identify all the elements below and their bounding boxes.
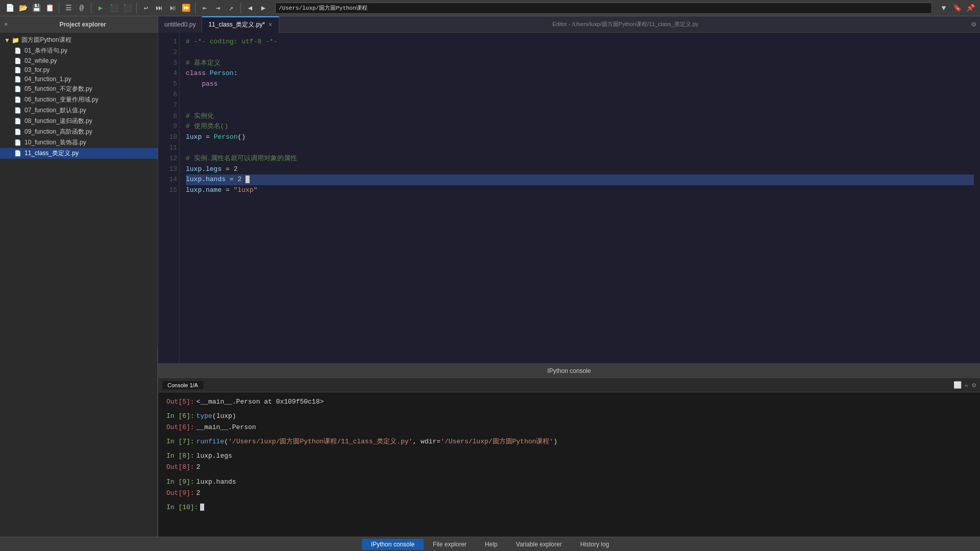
- file-icon-08: 📄: [14, 118, 21, 124]
- next-icon[interactable]: ⏩: [180, 3, 191, 14]
- code-line-14: luxp.hands = 2: [186, 174, 974, 185]
- line-num-14: 14: [158, 174, 177, 185]
- console-settings-icon[interactable]: ⚙: [972, 381, 976, 389]
- tab-11class[interactable]: 11_class_类定义.py* ✕: [202, 16, 279, 33]
- sidebar-item-09[interactable]: 📄 09_function_高阶函数.py: [0, 127, 158, 137]
- bottom-tab-help[interactable]: Help: [476, 539, 507, 550]
- sidebar-item-label-05: 05_function_不定参数.py: [24, 85, 92, 93]
- console-in-8: In [8]: luxp.legs: [166, 450, 972, 462]
- code-area[interactable]: # -*- coding: utf-8 -*- # 基本定义 class Per…: [180, 33, 980, 363]
- sidebar-item-02[interactable]: 📄 02_while.py: [0, 56, 158, 65]
- line-num-6: 6: [158, 90, 177, 101]
- console-output[interactable]: Out[5]: <__main__.Person at 0x109f50c18>…: [158, 392, 980, 537]
- out-text-6: __main__.Person: [197, 422, 256, 433]
- unindent-icon[interactable]: ⇥: [212, 3, 224, 14]
- line-num-10: 10: [158, 132, 177, 143]
- line-num-1: 1: [158, 37, 177, 47]
- code-line-15: luxp.name = "luxp": [186, 185, 974, 196]
- root-label: 圆方圆Python课程: [21, 36, 71, 44]
- line-num-5: 5: [158, 79, 177, 90]
- save-icon[interactable]: 💾: [31, 3, 42, 14]
- forward-btn[interactable]: ▶: [258, 3, 269, 14]
- line-num-7: 7: [158, 101, 177, 111]
- sidebar-close-icon[interactable]: ✕: [4, 20, 8, 28]
- sidebar-item-label-07: 07_function_默认值.py: [24, 106, 86, 115]
- console-in-9: In [9]: luxp.hands: [166, 477, 972, 488]
- file-icon-07: 📄: [14, 107, 21, 114]
- sidebar-item-label-09: 09_function_高阶函数.py: [24, 128, 92, 136]
- file-icon-01: 📄: [14, 47, 21, 54]
- sidebar-item-01[interactable]: 📄 01_条件语句.py: [0, 45, 158, 56]
- path-bar[interactable]: /Users/luxp/圆方圆Python课程: [275, 3, 932, 14]
- code-line-1: # -*- coding: utf-8 -*-: [186, 37, 974, 47]
- restart-icon[interactable]: ↩: [140, 3, 152, 14]
- console-out-9: Out[9]: 2: [166, 488, 972, 499]
- bottom-tab-ipython[interactable]: IPython console: [362, 539, 424, 550]
- tab-untitled0[interactable]: untitled0.py: [158, 16, 202, 33]
- console-edit-icon[interactable]: ✏: [965, 381, 969, 389]
- run-cell-icon[interactable]: ⬛: [108, 3, 119, 14]
- bottom-tab-ipython-label: IPython console: [371, 541, 414, 548]
- at-icon[interactable]: @: [76, 3, 87, 14]
- sidebar-item-08[interactable]: 📄 08_function_递归函数.py: [0, 116, 158, 127]
- console-out-8: Out[8]: 2: [166, 462, 972, 473]
- code-line-11: [186, 143, 974, 154]
- top-toolbar: 📄 📂 💾 📋 ☰ @ ▶ ⬛ ⬛ ↩ ⏭ ⏯ ⏩ ⇤ ⇥ ↗ ◀ ▶ /Use…: [0, 0, 980, 16]
- console-in-6: In [6]: type(luxp): [166, 411, 972, 422]
- code-line-2: [186, 47, 974, 58]
- sidebar: ✕ Project explorer ▼ 📁 圆方圆Python课程 📄 01_…: [0, 16, 158, 537]
- line-num-13: 13: [158, 164, 177, 175]
- pin-icon[interactable]: 📌: [965, 3, 976, 14]
- extract-icon[interactable]: ↗: [226, 3, 237, 14]
- nav-icon[interactable]: 🔖: [951, 3, 963, 14]
- open-file-icon[interactable]: 📂: [17, 3, 29, 14]
- sidebar-item-10[interactable]: 📄 10_function_装饰器.py: [0, 137, 158, 148]
- in-prompt-6: In [6]:: [166, 411, 194, 422]
- bottom-tab-file-label: File explorer: [433, 541, 467, 548]
- sidebar-item-07[interactable]: 📄 07_function_默认值.py: [0, 105, 158, 116]
- right-pane: untitled0.py 11_class_类定义.py* ✕ Editor -…: [158, 16, 980, 537]
- bottom-tab-variable-explorer[interactable]: Variable explorer: [507, 539, 571, 550]
- editor-pane: untitled0.py 11_class_类定义.py* ✕ Editor -…: [158, 16, 980, 363]
- file-icon-02: 📄: [14, 58, 21, 64]
- back-btn[interactable]: ◀: [244, 3, 256, 14]
- indent-icon[interactable]: ⇤: [199, 3, 210, 14]
- in-text-10: [200, 502, 204, 513]
- sidebar-item-06[interactable]: 📄 06_function_变量作用域.py: [0, 94, 158, 105]
- console-clear-icon[interactable]: ⬜: [953, 381, 962, 389]
- sidebar-item-label-06: 06_function_变量作用域.py: [24, 95, 99, 104]
- tab-untitled0-label: untitled0.py: [164, 21, 195, 28]
- bottom-tabs: IPython console File explorer Help Varia…: [0, 539, 980, 550]
- console-pane: IPython console Console 1/A ⬜ ✏ ⚙ Out[5]…: [158, 363, 980, 537]
- console-out-6: Out[6]: __main__.Person: [166, 422, 972, 433]
- in-prompt-10: In [10]:: [166, 502, 198, 513]
- step-icon[interactable]: ⏭: [154, 3, 165, 14]
- bottom-tab-history-log[interactable]: History log: [571, 539, 619, 550]
- project-root[interactable]: ▼ 📁 圆方圆Python课程: [0, 35, 158, 45]
- dropdown-icon[interactable]: ▼: [938, 3, 949, 14]
- sidebar-item-03[interactable]: 📄 03_for.py: [0, 65, 158, 74]
- sidebar-item-label-04: 04_function_1.py: [24, 76, 71, 83]
- project-tree: ▼ 📁 圆方圆Python课程 📄 01_条件语句.py 📄 02_while.…: [0, 33, 158, 349]
- sidebar-item-05[interactable]: 📄 05_function_不定参数.py: [0, 84, 158, 94]
- sidebar-item-label-01: 01_条件语句.py: [24, 46, 67, 55]
- console-title: IPython console: [547, 367, 591, 374]
- in-text-8: luxp.legs: [197, 450, 232, 462]
- list-icon[interactable]: ☰: [63, 3, 74, 14]
- out-text-5: <__main__.Person at 0x109f50c18>: [197, 396, 324, 408]
- tab-close-icon[interactable]: ✕: [268, 21, 273, 28]
- editor-settings-icon[interactable]: ⚙: [972, 20, 976, 29]
- console-tab-1[interactable]: Console 1/A: [162, 381, 203, 389]
- save-all-icon[interactable]: 📋: [44, 3, 55, 14]
- stop-icon[interactable]: ⬛: [121, 3, 133, 14]
- console-header: IPython console: [158, 364, 980, 378]
- new-file-icon[interactable]: 📄: [4, 3, 15, 14]
- sidebar-item-04[interactable]: 📄 04_function_1.py: [0, 74, 158, 84]
- debug-icon[interactable]: ⏯: [167, 3, 178, 14]
- run-icon[interactable]: ▶: [95, 3, 106, 14]
- sidebar-item-11[interactable]: 📄 11_class_类定义.py: [0, 148, 158, 159]
- line-num-15: 15: [158, 185, 177, 196]
- bottom-tab-file-explorer[interactable]: File explorer: [424, 539, 476, 550]
- code-line-8: # 实例化: [186, 111, 974, 122]
- bottom-tab-history-label: History log: [580, 541, 609, 548]
